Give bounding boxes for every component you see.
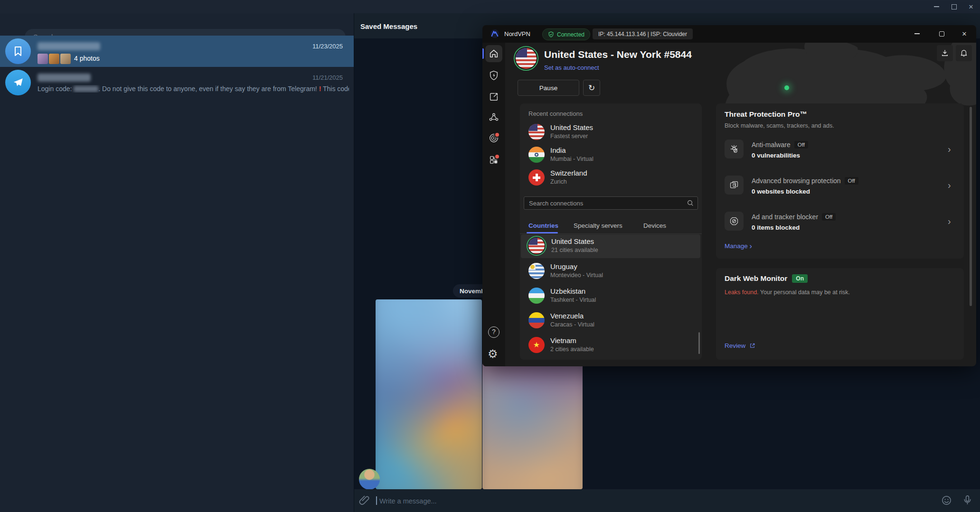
sidebar-active-indicator [482, 48, 484, 59]
emoji-icon[interactable] [941, 495, 952, 506]
country-subtitle: 21 cities available [551, 247, 598, 253]
feature-label: Advanced browsing protection [752, 177, 841, 185]
paperclip-icon[interactable] [358, 494, 370, 506]
meshnet-icon[interactable] [489, 112, 499, 122]
telegram-maximize-button[interactable] [946, 2, 962, 11]
review-link[interactable]: Review [725, 342, 755, 349]
review-label: Review [725, 342, 745, 349]
ad-blocker-icon-tile [725, 212, 744, 231]
telegram-minimize-button[interactable] [928, 2, 944, 11]
nordvpn-titlebar: NordVPN Connected IP: 45.144.113.146 | I… [482, 25, 976, 43]
chat-date: 11/23/2025 [300, 43, 343, 50]
home-icon[interactable] [489, 48, 499, 59]
country-list-scrollbar[interactable] [698, 332, 700, 354]
chat-title: Saved Messages [360, 22, 417, 30]
country-row-uzbekistan[interactable]: Uzbekistan Tashkent - Virtual [520, 284, 702, 308]
message-photo[interactable] [376, 299, 482, 489]
help-icon[interactable]: ? [488, 326, 499, 338]
nordvpn-scrollbar[interactable] [970, 107, 972, 306]
close-icon: ✕ [969, 3, 974, 10]
telegram-close-button[interactable]: ✕ [963, 2, 979, 11]
threat-protection-icon[interactable] [489, 70, 499, 81]
notification-dot [494, 132, 500, 138]
nordvpn-minimize-button[interactable] [910, 28, 924, 39]
country-subtitle: Caracas - Virtual [550, 321, 594, 328]
threat-protection-panel: Threat Protection Pro™ Block malware, sc… [716, 103, 964, 259]
chat-preview: Login code: . Do not give this code to a… [38, 85, 349, 93]
chat-date: 11/21/2025 [300, 74, 343, 81]
off-badge: Off [845, 177, 858, 185]
refresh-button[interactable]: ↻ [583, 80, 600, 96]
nordvpn-logo [490, 29, 499, 38]
ad-blocker-row[interactable]: Ad and tracker blockerOff 0 items blocke… [716, 210, 964, 237]
download-button[interactable] [937, 45, 953, 61]
anti-malware-row[interactable]: Anti-malwareOff 0 vulnerabilities › [716, 138, 964, 165]
settings-gear-icon[interactable]: ⚙ [488, 347, 498, 361]
country-row-vietnam[interactable]: ★ Vietnam 2 cities available [520, 333, 702, 358]
chevron-right-icon: › [750, 242, 752, 250]
country-name: Uzbekistan [550, 287, 585, 295]
preview-text: This code can… [321, 85, 349, 93]
us-flag [528, 124, 545, 140]
microphone-icon[interactable] [962, 494, 973, 505]
manage-link[interactable]: Manage › [725, 242, 752, 251]
server-name: Switzerland [550, 169, 587, 177]
country-row-uruguay[interactable]: Uruguay Montevideo - Virtual [520, 259, 702, 284]
tab-countries[interactable]: Countries [528, 222, 558, 229]
preview-text: . Do not give this code to anyone, even … [98, 85, 319, 93]
notifications-button[interactable] [956, 45, 972, 61]
chat-row-saved-messages[interactable]: 11/23/2025 4 photos [0, 36, 354, 67]
maximize-icon [952, 4, 957, 9]
message-input[interactable] [378, 494, 922, 508]
recent-row-united-states[interactable]: United States Fastest server [520, 121, 702, 143]
browsing-protection-row[interactable]: Advanced browsing protectionOff 0 websit… [716, 174, 964, 201]
dark-web-monitor-icon[interactable] [489, 133, 499, 143]
vietnam-flag: ★ [528, 337, 545, 353]
recent-row-switzerland[interactable]: Switzerland Zurich [520, 166, 702, 189]
connected-location-dot [784, 85, 789, 90]
gear-glyph: ⚙ [488, 347, 498, 360]
connection-status-badge: Connected [542, 28, 590, 40]
refresh-icon: ↻ [588, 83, 595, 93]
status-label: Connected [557, 31, 584, 38]
app-title: NordVPN [504, 30, 530, 37]
server-subtitle: Mumbai - Virtual [550, 156, 594, 162]
minimize-icon [914, 33, 920, 34]
auto-connect-link[interactable]: Set as auto-connect [544, 64, 599, 71]
country-subtitle: 2 cities available [550, 346, 594, 353]
help-glyph: ? [492, 328, 496, 335]
preview-text: Login code: [38, 85, 74, 93]
photo-thumbnail [49, 54, 59, 64]
paper-plane-icon [12, 76, 24, 89]
tab-devices[interactable]: Devices [643, 222, 666, 229]
uruguay-flag [528, 263, 545, 279]
nordvpn-maximize-button[interactable] [934, 28, 949, 39]
server-subtitle: Fastest server [550, 133, 588, 140]
blurred-login-code [74, 86, 98, 92]
country-row-venezuela[interactable]: Venezuela Caracas - Virtual [520, 308, 702, 333]
switzerland-flag [528, 169, 545, 186]
telegram-titlebar: ✕ [0, 0, 980, 13]
nordvpn-close-button[interactable]: ✕ [957, 28, 971, 39]
country-row-united-states[interactable]: United States 21 cities available [521, 234, 700, 258]
search-connections-input[interactable] [524, 196, 698, 210]
dark-web-monitor-panel: Dark Web MonitorOn Leaks found. Your per… [716, 268, 964, 360]
off-badge: Off [794, 141, 808, 149]
chat-row-telegram[interactable]: 11/21/2025 Login code: . Do not give thi… [0, 67, 354, 98]
on-badge: On [792, 274, 808, 283]
notification-dot [494, 154, 500, 159]
chevron-right-icon: › [948, 144, 951, 154]
country-subtitle: Tashkent - Virtual [550, 297, 596, 303]
share-out-icon[interactable] [489, 92, 499, 102]
star-icon: ★ [533, 341, 540, 349]
saved-messages-avatar [5, 38, 31, 64]
recent-row-india[interactable]: India Mumbai - Virtual [520, 143, 702, 166]
chevron-right-icon: › [948, 180, 951, 190]
tab-specialty-servers[interactable]: Specialty servers [574, 222, 622, 229]
more-tools-icon[interactable] [489, 155, 499, 165]
bell-icon [960, 49, 968, 57]
feature-status: 0 websites blocked [752, 188, 810, 195]
pause-button[interactable]: Pause [518, 80, 579, 96]
country-name: United States [551, 237, 594, 245]
chat-preview: 4 photos [74, 55, 100, 62]
